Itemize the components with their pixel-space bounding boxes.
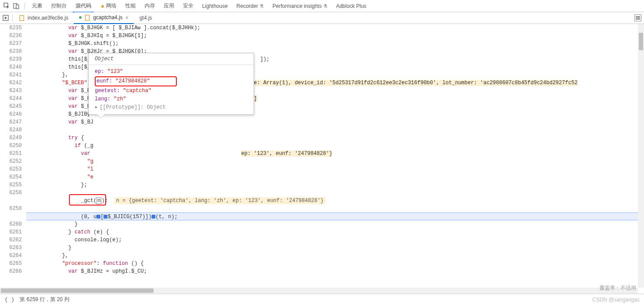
tab-network[interactable]: ▲网络 [96, 0, 121, 12]
line-number[interactable]: 6241 [0, 71, 22, 79]
svg-rect-5 [85, 15, 89, 20]
line-number[interactable]: 6251 [0, 150, 22, 158]
code-line: } [31, 220, 638, 228]
line-number[interactable]: 6255 [0, 181, 22, 189]
line-number[interactable]: 6248 [0, 126, 22, 134]
line-number[interactable]: 6243 [0, 87, 22, 95]
tab-sources[interactable]: 源代码 [71, 0, 96, 12]
file-name: gcaptcha4.js [93, 14, 122, 21]
source-editor[interactable]: 6235 6236 6237 6238 6239 6240 6241 6242 … [0, 24, 638, 288]
code-line: } catch (e) { [31, 228, 638, 236]
line-number[interactable]: 6238 [0, 48, 22, 55]
tab-recorder[interactable]: Recorder⚗ [232, 0, 268, 12]
status-bar: { } 第 6259 行，第 20 列 CSDN @sangangas [0, 294, 644, 305]
line-number[interactable]: 6264 [0, 252, 22, 260]
line-number[interactable]: 6242 [0, 79, 22, 87]
tooltip-body: ep: "123" eunf: "247984828" geetest: "ca… [89, 65, 254, 114]
line-number[interactable]: 6247 [0, 118, 22, 126]
scrollbar-thumb[interactable] [639, 33, 643, 50]
more-tabs-icon[interactable] [634, 14, 641, 21]
file-tab-gcaptcha4[interactable]: gcaptcha4.js × [74, 12, 134, 24]
tooltip-header: Object [89, 53, 254, 65]
line-number[interactable]: 6261 [0, 228, 22, 236]
tab-performance[interactable]: 性能 [121, 0, 140, 12]
line-number[interactable]: 6258 [0, 205, 22, 212]
line-number[interactable]: 6236 [0, 32, 22, 40]
file-tab-index[interactable]: index.ae3fec8e.js [14, 12, 74, 24]
flask-icon: ⚗ [259, 3, 264, 9]
line-number[interactable]: 6240 [0, 63, 22, 71]
line-number-breakpoint[interactable]: 6259 [0, 212, 22, 220]
code-line: var $_BJ [31, 118, 638, 126]
device-toggle-icon[interactable] [12, 2, 20, 10]
pretty-print-icon[interactable]: { } [4, 296, 14, 303]
code-line-current: (0, u[$_BJICG(157)])(t, n); [26, 212, 638, 220]
sourcemap-marker-icon [152, 215, 155, 219]
code-line: }; [31, 181, 638, 189]
file-tab-gt4[interactable]: gt4.js [134, 12, 158, 24]
line-number[interactable]: 6260 [0, 220, 22, 228]
inline-value-hint: n = {geetest: 'captcha', lang: 'zh', ep:… [114, 197, 325, 204]
code-line: "g [31, 158, 638, 165]
tab-memory[interactable]: 内存 [140, 0, 159, 12]
code-line: "processor": function () { [31, 260, 638, 267]
svg-rect-4 [20, 15, 24, 21]
file-tab-bar: index.ae3fec8e.js gcaptcha4.js × gt4.js [0, 12, 644, 24]
code-line: }, [31, 252, 638, 260]
annotation-highlight-box: eunf: "247984828" [95, 76, 177, 86]
tab-application[interactable]: 应用 [159, 0, 179, 12]
sourcemap-marker-icon [96, 215, 100, 219]
line-number[interactable]: 6253 [0, 165, 22, 173]
line-number[interactable]: 6246 [0, 110, 22, 118]
vertical-scrollbar[interactable] [638, 24, 644, 288]
sourcemap-marker-icon [103, 215, 107, 219]
line-number[interactable]: 6265 [0, 260, 22, 267]
code-line: $_BJHGK.shift(); [31, 40, 638, 48]
prototype-row[interactable]: ▸[[Prototype]]: Object [95, 103, 249, 112]
object-preview-tooltip[interactable]: Object ep: "123" eunf: "247984828" geete… [88, 53, 254, 115]
tab-security[interactable]: 安全 [179, 0, 198, 12]
code-line: "e [31, 173, 638, 181]
line-number[interactable]: 6250 [0, 142, 22, 150]
line-gutter[interactable]: 6235 6236 6237 6238 6239 6240 6241 6242 … [0, 24, 26, 288]
line-number[interactable]: 6244 [0, 95, 22, 103]
js-file-icon [84, 14, 90, 21]
code-line: console.log(e); [31, 236, 638, 244]
tab-adblock[interactable]: Adblock Plus [332, 0, 371, 12]
line-number[interactable]: 6262 [0, 236, 22, 244]
file-name: index.ae3fec8e.js [28, 15, 68, 21]
run-snippet-icon[interactable] [0, 15, 11, 21]
line-number[interactable]: 6252 [0, 158, 22, 165]
devtools-tab-bar: 元素 控制台 源代码 ▲网络 性能 内存 应用 安全 Lighthouse Re… [0, 0, 644, 12]
line-number[interactable]: 6245 [0, 103, 22, 110]
line-number[interactable]: 6256 [0, 189, 22, 197]
line-number[interactable]: 6235 [0, 24, 22, 32]
line-number[interactable]: 6263 [0, 244, 22, 252]
code-line: _gct(n); n = {geetest: 'captcha', lang: … [31, 197, 638, 205]
line-number[interactable]: 6249 [0, 134, 22, 142]
code-line: "l [31, 165, 638, 173]
line-number-breakpoint[interactable]: 6257 [0, 197, 22, 205]
code-line: var $_BJIHz = uphgI.$_CU; [31, 267, 638, 275]
code-line: if (_g [31, 142, 638, 150]
code-line: var $_BJHIq = $_BJHGK[1]; [31, 32, 638, 40]
flask-icon: ⚗ [323, 3, 327, 9]
tab-elements[interactable]: 元素 [28, 0, 47, 12]
tab-lighthouse[interactable]: Lighthouse [198, 0, 232, 12]
line-number[interactable]: 6266 [0, 267, 22, 275]
watermark-text: CSDN @sangangas [592, 297, 640, 303]
js-file-icon [19, 15, 25, 21]
scrollbar-thumb[interactable] [1, 288, 154, 293]
inspect-icon[interactable] [3, 2, 10, 10]
svg-rect-2 [16, 5, 19, 9]
line-number[interactable]: 6237 [0, 40, 22, 48]
tab-console[interactable]: 控制台 [47, 0, 71, 12]
close-icon[interactable]: × [125, 14, 129, 21]
code-line: var $_BJHGK = [ $_BJIAw ].concat($_BJHHk… [31, 24, 638, 32]
expand-triangle-icon[interactable]: ▸ [95, 104, 98, 110]
code-line: } [31, 244, 638, 252]
line-number[interactable]: 6254 [0, 173, 22, 181]
line-number[interactable]: 6239 [0, 55, 22, 63]
horizontal-scrollbar[interactable] [0, 288, 638, 294]
tab-perf-insights[interactable]: Performance insights⚗ [268, 0, 332, 12]
